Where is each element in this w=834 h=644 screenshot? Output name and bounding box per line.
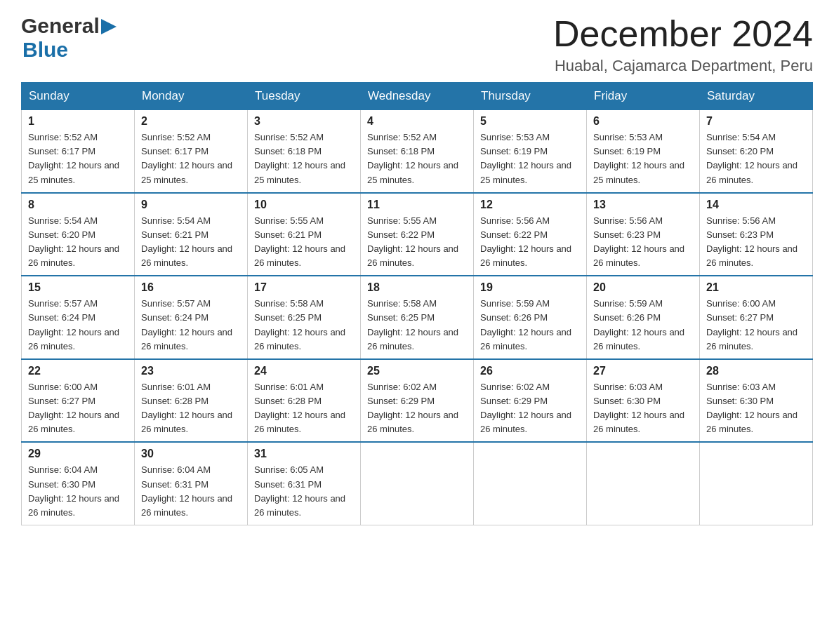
weekday-header-saturday: Saturday (700, 83, 813, 109)
calendar-cell: 31Sunrise: 6:05 AMSunset: 6:31 PMDayligh… (248, 442, 361, 525)
day-number: 1 (28, 115, 128, 128)
day-info: Sunrise: 5:55 AMSunset: 6:22 PMDaylight:… (367, 214, 467, 271)
calendar-cell (700, 442, 813, 525)
calendar-cell: 16Sunrise: 5:57 AMSunset: 6:24 PMDayligh… (135, 276, 248, 359)
weekday-header-tuesday: Tuesday (248, 83, 361, 109)
day-info: Sunrise: 6:02 AMSunset: 6:29 PMDaylight:… (367, 380, 467, 437)
day-number: 2 (141, 115, 241, 128)
day-info: Sunrise: 6:01 AMSunset: 6:28 PMDaylight:… (141, 380, 241, 437)
month-title: December 2024 (553, 14, 813, 54)
day-info: Sunrise: 5:55 AMSunset: 6:21 PMDaylight:… (254, 214, 354, 271)
calendar-cell: 7Sunrise: 5:54 AMSunset: 6:20 PMDaylight… (700, 109, 813, 193)
page-header: General Blue December 2024 Huabal, Cajam… (21, 14, 813, 75)
day-number: 16 (141, 281, 241, 294)
day-info: Sunrise: 5:58 AMSunset: 6:25 PMDaylight:… (254, 297, 354, 354)
calendar-cell: 12Sunrise: 5:56 AMSunset: 6:22 PMDayligh… (474, 193, 587, 276)
day-number: 8 (28, 199, 128, 211)
day-info: Sunrise: 6:04 AMSunset: 6:31 PMDaylight:… (141, 463, 241, 520)
calendar-cell: 14Sunrise: 5:56 AMSunset: 6:23 PMDayligh… (700, 193, 813, 276)
day-number: 21 (706, 281, 806, 294)
title-block: December 2024 Huabal, Cajamarca Departme… (553, 14, 813, 75)
day-number: 28 (706, 365, 806, 377)
day-info: Sunrise: 6:00 AMSunset: 6:27 PMDaylight:… (706, 297, 806, 354)
day-info: Sunrise: 6:03 AMSunset: 6:30 PMDaylight:… (593, 380, 693, 437)
location-title: Huabal, Cajamarca Department, Peru (553, 57, 813, 75)
calendar-cell: 6Sunrise: 5:53 AMSunset: 6:19 PMDaylight… (587, 109, 700, 193)
calendar-week-row: 1Sunrise: 5:52 AMSunset: 6:17 PMDaylight… (22, 109, 813, 193)
day-info: Sunrise: 5:59 AMSunset: 6:26 PMDaylight:… (593, 297, 693, 354)
calendar-cell: 11Sunrise: 5:55 AMSunset: 6:22 PMDayligh… (361, 193, 474, 276)
weekday-header-thursday: Thursday (474, 83, 587, 109)
day-number: 17 (254, 281, 354, 294)
day-info: Sunrise: 5:56 AMSunset: 6:23 PMDaylight:… (706, 214, 806, 271)
day-number: 4 (367, 115, 467, 128)
weekday-header-wednesday: Wednesday (361, 83, 474, 109)
calendar-cell: 4Sunrise: 5:52 AMSunset: 6:18 PMDaylight… (361, 109, 474, 193)
day-info: Sunrise: 6:03 AMSunset: 6:30 PMDaylight:… (706, 380, 806, 437)
weekday-header-monday: Monday (135, 83, 248, 109)
day-number: 3 (254, 115, 354, 128)
logo: General Blue (21, 14, 117, 62)
logo-blue-text: Blue (22, 38, 68, 62)
day-info: Sunrise: 5:57 AMSunset: 6:24 PMDaylight:… (141, 297, 241, 354)
calendar-cell: 28Sunrise: 6:03 AMSunset: 6:30 PMDayligh… (700, 359, 813, 443)
calendar-cell: 21Sunrise: 6:00 AMSunset: 6:27 PMDayligh… (700, 276, 813, 359)
day-info: Sunrise: 6:00 AMSunset: 6:27 PMDaylight:… (28, 380, 128, 437)
calendar-cell: 18Sunrise: 5:58 AMSunset: 6:25 PMDayligh… (361, 276, 474, 359)
calendar-cell (587, 442, 700, 525)
calendar-cell: 3Sunrise: 5:52 AMSunset: 6:18 PMDaylight… (248, 109, 361, 193)
day-info: Sunrise: 5:59 AMSunset: 6:26 PMDaylight:… (480, 297, 580, 354)
calendar-week-row: 29Sunrise: 6:04 AMSunset: 6:30 PMDayligh… (22, 442, 813, 525)
day-number: 26 (480, 365, 580, 377)
day-number: 7 (706, 115, 806, 128)
calendar-cell: 13Sunrise: 5:56 AMSunset: 6:23 PMDayligh… (587, 193, 700, 276)
day-number: 9 (141, 199, 241, 211)
day-info: Sunrise: 5:53 AMSunset: 6:19 PMDaylight:… (593, 130, 693, 187)
day-info: Sunrise: 6:01 AMSunset: 6:28 PMDaylight:… (254, 380, 354, 437)
calendar-table: SundayMondayTuesdayWednesdayThursdayFrid… (21, 82, 813, 525)
svg-marker-0 (101, 19, 117, 34)
calendar-cell: 17Sunrise: 5:58 AMSunset: 6:25 PMDayligh… (248, 276, 361, 359)
day-number: 20 (593, 281, 693, 294)
day-number: 18 (367, 281, 467, 294)
day-info: Sunrise: 5:57 AMSunset: 6:24 PMDaylight:… (28, 297, 128, 354)
day-info: Sunrise: 5:56 AMSunset: 6:22 PMDaylight:… (480, 214, 580, 271)
day-number: 24 (254, 365, 354, 377)
day-number: 5 (480, 115, 580, 128)
logo-triangle-icon (101, 19, 117, 34)
day-number: 19 (480, 281, 580, 294)
day-number: 31 (254, 448, 354, 460)
day-number: 12 (480, 199, 580, 211)
calendar-cell: 22Sunrise: 6:00 AMSunset: 6:27 PMDayligh… (22, 359, 135, 443)
calendar-cell (361, 442, 474, 525)
calendar-cell: 10Sunrise: 5:55 AMSunset: 6:21 PMDayligh… (248, 193, 361, 276)
calendar-week-row: 22Sunrise: 6:00 AMSunset: 6:27 PMDayligh… (22, 359, 813, 443)
logo-general-text: General (21, 14, 100, 38)
calendar-cell: 5Sunrise: 5:53 AMSunset: 6:19 PMDaylight… (474, 109, 587, 193)
day-info: Sunrise: 6:02 AMSunset: 6:29 PMDaylight:… (480, 380, 580, 437)
calendar-cell: 20Sunrise: 5:59 AMSunset: 6:26 PMDayligh… (587, 276, 700, 359)
day-number: 29 (28, 448, 128, 460)
calendar-cell: 15Sunrise: 5:57 AMSunset: 6:24 PMDayligh… (22, 276, 135, 359)
calendar-cell: 9Sunrise: 5:54 AMSunset: 6:21 PMDaylight… (135, 193, 248, 276)
day-number: 22 (28, 365, 128, 377)
calendar-cell: 25Sunrise: 6:02 AMSunset: 6:29 PMDayligh… (361, 359, 474, 443)
day-number: 23 (141, 365, 241, 377)
day-info: Sunrise: 5:52 AMSunset: 6:18 PMDaylight:… (367, 130, 467, 187)
calendar-cell: 23Sunrise: 6:01 AMSunset: 6:28 PMDayligh… (135, 359, 248, 443)
day-number: 11 (367, 199, 467, 211)
calendar-cell (474, 442, 587, 525)
calendar-week-row: 8Sunrise: 5:54 AMSunset: 6:20 PMDaylight… (22, 193, 813, 276)
calendar-cell: 1Sunrise: 5:52 AMSunset: 6:17 PMDaylight… (22, 109, 135, 193)
calendar-cell: 26Sunrise: 6:02 AMSunset: 6:29 PMDayligh… (474, 359, 587, 443)
day-number: 13 (593, 199, 693, 211)
day-info: Sunrise: 5:53 AMSunset: 6:19 PMDaylight:… (480, 130, 580, 187)
day-info: Sunrise: 5:58 AMSunset: 6:25 PMDaylight:… (367, 297, 467, 354)
calendar-cell: 29Sunrise: 6:04 AMSunset: 6:30 PMDayligh… (22, 442, 135, 525)
day-info: Sunrise: 5:54 AMSunset: 6:21 PMDaylight:… (141, 214, 241, 271)
calendar-cell: 19Sunrise: 5:59 AMSunset: 6:26 PMDayligh… (474, 276, 587, 359)
day-info: Sunrise: 6:05 AMSunset: 6:31 PMDaylight:… (254, 463, 354, 520)
day-number: 25 (367, 365, 467, 377)
day-info: Sunrise: 6:04 AMSunset: 6:30 PMDaylight:… (28, 463, 128, 520)
day-number: 14 (706, 199, 806, 211)
